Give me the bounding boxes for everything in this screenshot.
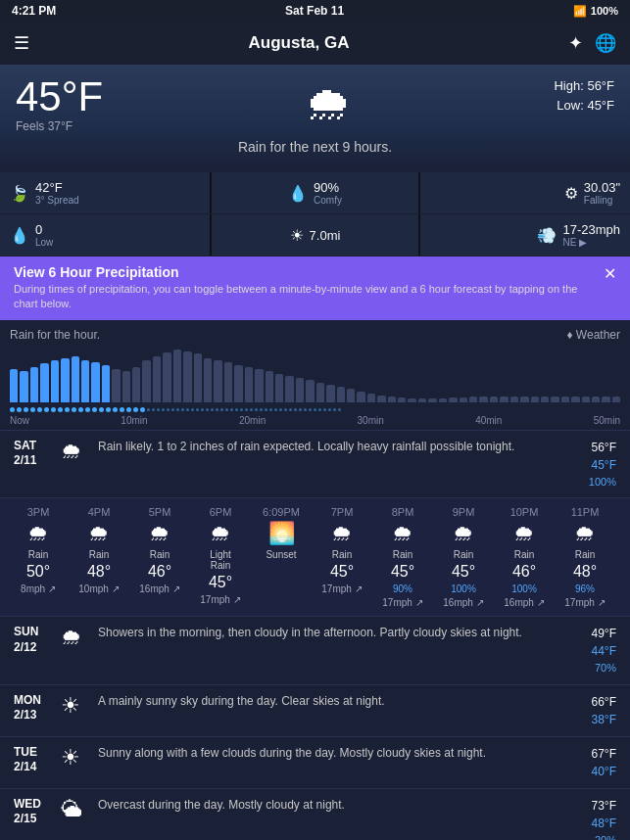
daily-desc: A mainly sunny sky during the day. Clear…	[98, 693, 582, 710]
hour-cell[interactable]: 4PM🌧Rain48°10mph ↗	[71, 506, 127, 608]
chart-bar	[408, 398, 415, 401]
hour-cell[interactable]: 3PM🌧Rain50°8mph ↗	[10, 506, 67, 608]
daily-forecasts: SUN 2/12🌧Showers in the morning, then cl…	[0, 616, 630, 840]
hour-icon: 🌧	[453, 521, 474, 546]
hour-wind: 17mph ↗	[321, 583, 362, 594]
chart-bar	[40, 363, 48, 401]
precip-dot	[240, 408, 243, 411]
hour-icon: 🌧	[574, 521, 596, 546]
stat-value-4: 7.0mi	[310, 228, 341, 243]
time-label-5: 50min	[594, 415, 620, 426]
precip-dot	[140, 407, 145, 412]
status-date: Sat Feb 11	[285, 4, 344, 18]
hour-temp: 45°	[391, 563, 414, 581]
chart-bar	[561, 397, 569, 402]
chart-bar	[163, 352, 170, 402]
hour-cell[interactable]: 7PM🌧Rain45°17mph ↗	[314, 506, 370, 608]
precip-dot	[24, 407, 28, 412]
today-precip: 100%	[589, 474, 616, 490]
precip-dot	[78, 407, 83, 412]
chart-bar	[460, 397, 467, 402]
hour-icon: 🌧	[513, 521, 535, 546]
daily-icon: ☀	[61, 693, 88, 719]
daily-high: 49°F	[592, 625, 616, 642]
daily-date: MON 2/13	[14, 693, 51, 723]
hour-precip: 100%	[451, 583, 476, 594]
precip-dot	[157, 408, 160, 411]
hour-icon: 🌧	[27, 521, 49, 546]
chart-bar	[357, 392, 364, 402]
stat-icon-3: 💧	[10, 226, 29, 245]
notification-banner: View 6 Hour Precipitation During times o…	[0, 257, 630, 320]
chart-bar	[510, 397, 518, 402]
daily-high: 67°F	[592, 745, 616, 763]
chart-bar	[122, 371, 130, 402]
chart-bar	[439, 398, 447, 401]
precip-dot	[171, 408, 174, 411]
stat-icon-1: 💧	[288, 184, 308, 203]
stat-value-1: 90%	[314, 180, 342, 195]
precip-dot	[65, 407, 70, 412]
hour-temp: 46°	[512, 563, 536, 581]
feels-like: Feels 37°F	[16, 119, 103, 133]
hour-desc: Rain	[393, 549, 413, 560]
stat-label-5: NE ▶	[562, 237, 620, 248]
precip-dot	[191, 408, 194, 411]
precip-dot	[333, 408, 336, 411]
daily-forecast-row[interactable]: TUE 2/14☀Sunny along with a few clouds d…	[0, 736, 630, 788]
precip-dot	[309, 408, 312, 411]
precip-dot	[250, 408, 253, 411]
precip-dot	[299, 408, 302, 411]
precip-dot	[113, 407, 118, 412]
chart-bar	[275, 374, 283, 402]
top-nav: ☰ Augusta, GA ✦ 🌐	[0, 22, 630, 65]
hour-cell[interactable]: 6:09PM🌅Sunset	[253, 506, 310, 608]
daily-forecast-row[interactable]: WED 2/15🌥Overcast during the day. Mostly…	[0, 788, 630, 840]
daily-high: 73°F	[592, 797, 616, 815]
precip-dot	[147, 408, 150, 411]
chart-bar	[602, 397, 609, 402]
chart-bar	[541, 397, 549, 402]
daily-high: 66°F	[592, 693, 616, 711]
daily-date: SUN 2/12	[14, 625, 51, 655]
precip-label: Rain for the hour.	[10, 328, 100, 342]
menu-icon[interactable]: ☰	[14, 32, 29, 54]
nav-icons: ✦ 🌐	[568, 32, 616, 54]
hour-time-label: 6PM	[210, 506, 232, 518]
hourly-forecast-section[interactable]: 3PM🌧Rain50°8mph ↗4PM🌧Rain48°10mph ↗5PM🌧R…	[0, 497, 630, 616]
hour-cell[interactable]: 6PM🌧Light Rain45°17mph ↗	[192, 506, 249, 608]
precip-dot	[37, 407, 42, 412]
hour-desc: Rain	[575, 549, 596, 560]
hour-wind: 10mph ↗	[78, 583, 119, 594]
time-label-2: 20min	[239, 415, 266, 426]
precip-dot	[279, 408, 282, 411]
hour-cell[interactable]: 11PM🌧Rain48°96%17mph ↗	[557, 506, 613, 608]
stat-cell-0: 🍃 42°F 3° Spread	[0, 172, 210, 213]
time-label-3: 30min	[358, 415, 384, 426]
hour-temp: 46°	[148, 563, 171, 581]
main-weather-section: 45°F Feels 37°F 🌧 High: 56°F Low: 45°F R…	[0, 65, 630, 172]
chart-bar	[204, 358, 212, 402]
hour-icon: 🌧	[88, 521, 110, 546]
hour-cell[interactable]: 10PM🌧Rain46°100%16mph ↗	[496, 506, 553, 608]
today-forecast-row[interactable]: SAT 2/11 🌧 Rain likely. 1 to 2 inches of…	[0, 430, 630, 498]
hour-cell[interactable]: 9PM🌧Rain45°100%16mph ↗	[435, 506, 492, 608]
daily-forecast-row[interactable]: SUN 2/12🌧Showers in the morning, then cl…	[0, 616, 630, 684]
stat-icon-2: ⚙	[564, 184, 578, 203]
stats-grid-top: 🍃 42°F 3° Spread 💧 90% Comfy ⚙ 30.03" Fa…	[0, 172, 630, 213]
precip-dot	[85, 407, 90, 412]
daily-forecast-row[interactable]: MON 2/13☀A mainly sunny sky during the d…	[0, 684, 630, 736]
chart-bar	[51, 360, 59, 402]
location-icon[interactable]: ✦	[568, 32, 583, 54]
chart-bar	[449, 397, 457, 402]
daily-date: WED 2/15	[14, 797, 51, 827]
stat-cell-4: ☀ 7.0mi	[211, 214, 420, 256]
precip-dot	[289, 408, 292, 411]
hour-cell[interactable]: 5PM🌧Rain46°16mph ↗	[131, 506, 188, 608]
globe-icon[interactable]: 🌐	[595, 32, 616, 54]
hour-cell[interactable]: 8PM🌧Rain45°90%17mph ↗	[374, 506, 431, 608]
today-low: 45°F	[589, 456, 616, 474]
close-icon[interactable]: ✕	[596, 264, 616, 283]
precipitation-section[interactable]: Rain for the hour. ♦ Weather Now 10min 2…	[0, 320, 630, 430]
precip-chart[interactable]	[10, 346, 620, 404]
